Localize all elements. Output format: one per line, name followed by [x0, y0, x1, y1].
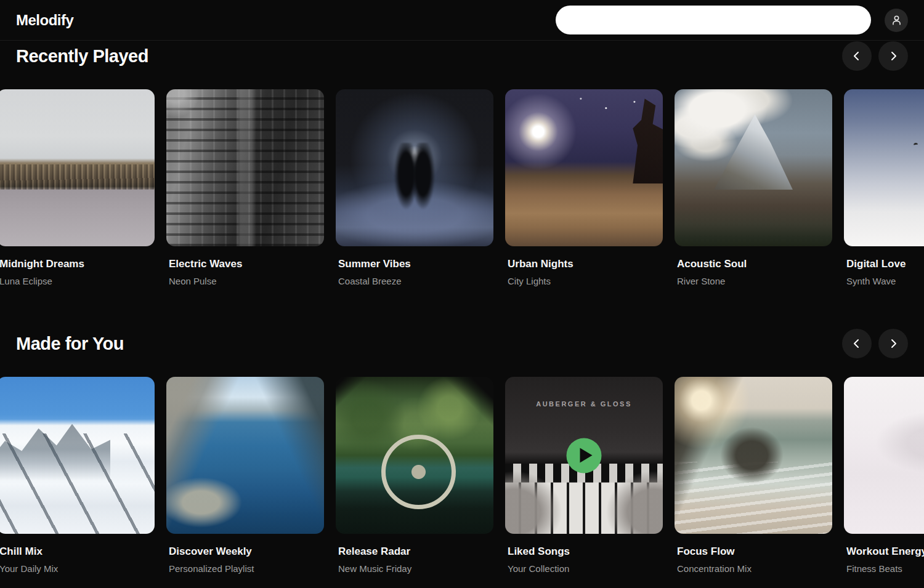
album-art[interactable]: [166, 89, 324, 246]
section-made-for-you: Made for You Chill Mix Your Daily Mix: [0, 329, 924, 575]
card-release-radar[interactable]: Release Radar New Music Friday: [336, 377, 493, 575]
carousel-next-button[interactable]: [878, 41, 908, 71]
card-acoustic-soul[interactable]: Acoustic Soul River Stone: [675, 89, 832, 288]
card-subtitle: Your Daily Mix: [0, 563, 152, 575]
card-title: Discover Weekly: [169, 545, 322, 558]
album-art[interactable]: AUBERGER & GLOSS: [505, 377, 663, 534]
carousel-prev-button[interactable]: [842, 41, 872, 71]
search-input[interactable]: [556, 6, 871, 34]
card-subtitle: Luna Eclipse: [0, 275, 152, 288]
user-icon: [891, 14, 902, 26]
piano-brand-text: AUBERGER & GLOSS: [505, 400, 663, 408]
card-subtitle: Your Collection: [508, 563, 660, 575]
card-subtitle: Synth Wave: [846, 275, 924, 288]
made-for-you-carousel: Chill Mix Your Daily Mix Discover Weekly…: [0, 377, 924, 575]
card-subtitle: Neon Pulse: [169, 275, 322, 288]
card-subtitle: New Music Friday: [338, 563, 491, 575]
card-summer-vibes[interactable]: Summer Vibes Coastal Breeze: [336, 89, 493, 288]
card-focus-flow[interactable]: Focus Flow Concentration Mix: [675, 377, 832, 575]
card-subtitle: City Lights: [508, 275, 660, 288]
play-icon: [580, 448, 592, 463]
album-art[interactable]: [844, 377, 924, 534]
album-art[interactable]: [0, 377, 155, 534]
recently-played-carousel: Midnight Dreams Luna Eclipse Electric Wa…: [0, 89, 924, 288]
section-title: Made for You: [16, 334, 124, 354]
album-art[interactable]: [675, 89, 832, 246]
card-title: Release Radar: [338, 545, 491, 558]
card-digital-love[interactable]: Digital Love Synth Wave: [844, 89, 924, 288]
card-title: Acoustic Soul: [677, 257, 830, 271]
card-midnight-dreams[interactable]: Midnight Dreams Luna Eclipse: [0, 89, 155, 288]
album-art[interactable]: [844, 89, 924, 246]
card-title: Focus Flow: [677, 545, 830, 558]
album-art[interactable]: [675, 377, 832, 534]
album-art[interactable]: [336, 377, 493, 534]
album-art[interactable]: [166, 377, 324, 534]
card-subtitle: River Stone: [677, 275, 830, 288]
chevron-right-icon: [888, 51, 898, 61]
card-title: Liked Songs: [508, 545, 660, 558]
card-title: Digital Love: [846, 257, 924, 271]
album-art[interactable]: [0, 89, 155, 246]
profile-button[interactable]: [885, 9, 908, 32]
chevron-left-icon: [852, 339, 862, 348]
play-button[interactable]: [567, 438, 602, 473]
chevron-right-icon: [888, 339, 898, 348]
card-title: Summer Vibes: [338, 257, 491, 271]
album-art[interactable]: [505, 89, 663, 246]
card-title: Workout Energy: [846, 545, 924, 558]
card-title: Urban Nights: [508, 257, 660, 271]
card-subtitle: Personalized Playlist: [169, 563, 322, 575]
carousel-prev-button[interactable]: [842, 329, 872, 358]
card-subtitle: Coastal Breeze: [338, 275, 491, 288]
card-electric-waves[interactable]: Electric Waves Neon Pulse: [166, 89, 324, 288]
section-title: Recently Played: [16, 46, 148, 66]
app-header: Melodify: [0, 0, 924, 41]
card-discover-weekly[interactable]: Discover Weekly Personalized Playlist: [166, 377, 324, 575]
card-subtitle: Concentration Mix: [677, 563, 830, 575]
card-title: Electric Waves: [169, 257, 322, 271]
card-workout-energy[interactable]: Workout Energy Fitness Beats: [844, 377, 924, 575]
card-subtitle: Fitness Beats: [846, 563, 924, 575]
card-title: Midnight Dreams: [0, 257, 152, 271]
section-recently-played: Recently Played Midnight Dreams Luna Ecl…: [0, 41, 924, 288]
chevron-left-icon: [852, 51, 862, 61]
album-art[interactable]: [336, 89, 493, 246]
card-urban-nights[interactable]: Urban Nights City Lights: [505, 89, 663, 288]
card-title: Chill Mix: [0, 545, 152, 558]
app-logo: Melodify: [16, 12, 73, 29]
card-chill-mix[interactable]: Chill Mix Your Daily Mix: [0, 377, 155, 575]
carousel-next-button[interactable]: [878, 329, 908, 358]
card-liked-songs[interactable]: AUBERGER & GLOSS Liked Songs Your Collec…: [505, 377, 663, 575]
